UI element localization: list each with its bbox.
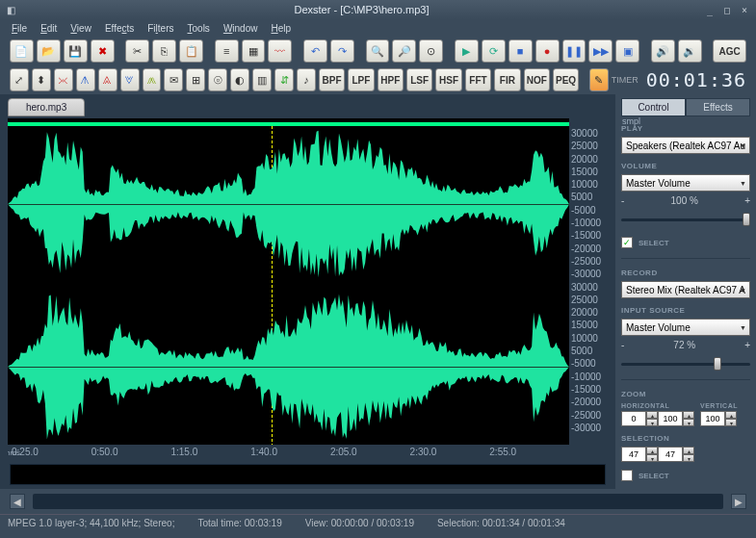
zoom-out-icon[interactable]: 🔎: [392, 39, 416, 63]
menu-window[interactable]: Window: [218, 21, 264, 36]
wave-icon[interactable]: 〰: [268, 39, 292, 63]
toolbar-filters: ⤢ ⬍ ⩙ ⩚ ⩓ ⩔ ⩕ ✉ ⊞ ⦾ ◐ ▥ ⇵ ♪ BPF LPF HPF …: [0, 65, 756, 94]
fx-mail-icon[interactable]: ✉: [164, 68, 183, 91]
fx-spectrum-icon[interactable]: ▥: [252, 68, 272, 91]
scroll-bar[interactable]: [33, 494, 723, 509]
edit-mode-icon[interactable]: ✎: [589, 68, 609, 91]
overview-bar[interactable]: [10, 464, 606, 485]
menu-file[interactable]: File: [6, 21, 33, 36]
paste-icon[interactable]: 📋: [179, 39, 203, 63]
app-icon: ◧: [4, 3, 17, 16]
play-label: Play: [621, 124, 750, 133]
copy-icon[interactable]: ⎘: [152, 39, 176, 63]
stop-icon[interactable]: ■: [508, 39, 533, 63]
fx-wave1-icon[interactable]: ⩙: [54, 68, 73, 91]
minimize-icon[interactable]: _: [702, 3, 717, 16]
fx-normalize-icon[interactable]: ⬍: [32, 68, 51, 91]
maximize-icon[interactable]: □: [719, 3, 735, 16]
menu-filters[interactable]: Filters: [142, 21, 179, 36]
save-icon[interactable]: 💾: [64, 39, 88, 63]
lsf-button[interactable]: LSF: [406, 68, 432, 91]
fx-eq-icon[interactable]: ⇵: [274, 68, 294, 91]
toolbar-main: 📄 📂 💾 ✖ ✂ ⎘ 📋 ≡ ▦ 〰 ↶ ↷ 🔍 🔎 ⊙ ▶ ⟳ ■ ● ❚❚…: [0, 37, 756, 65]
spin-down-icon[interactable]: ▾: [646, 454, 658, 462]
selection-label: Selection: [621, 434, 750, 443]
nof-button[interactable]: NOF: [524, 68, 550, 91]
menu-tools[interactable]: Tools: [182, 21, 216, 36]
mixer-icon[interactable]: ≡: [215, 39, 239, 63]
skip-fwd-icon[interactable]: ▶▶: [588, 39, 613, 63]
hsf-button[interactable]: HSF: [435, 68, 461, 91]
menu-edit[interactable]: Edit: [35, 21, 63, 36]
spin-down-icon[interactable]: ▾: [725, 419, 737, 426]
spin-up-icon[interactable]: ▴: [683, 411, 694, 419]
zoom-v[interactable]: 100: [700, 411, 725, 426]
volume-slider[interactable]: [621, 210, 750, 229]
record-icon[interactable]: ●: [535, 39, 560, 63]
play-icon[interactable]: ▶: [455, 39, 479, 63]
menu-effects[interactable]: Effects: [99, 21, 140, 36]
tab-effects[interactable]: Effects: [686, 98, 750, 116]
control-panel: Control Effects Play Speakers (Realtek A…: [615, 94, 756, 489]
spin-up-icon[interactable]: ▴: [725, 411, 737, 419]
zoom-h-max[interactable]: 100: [658, 411, 683, 426]
vol-up-icon[interactable]: 🔊: [651, 39, 675, 63]
sel-a[interactable]: 47: [621, 447, 646, 462]
selection-icon[interactable]: ▣: [615, 39, 639, 63]
vol-down-icon[interactable]: 🔉: [678, 39, 702, 63]
input-device-dropdown[interactable]: Master Volume: [621, 319, 750, 336]
pause-icon[interactable]: ❚❚: [562, 39, 587, 63]
spin-up-icon[interactable]: ▴: [646, 411, 658, 419]
bpf-button[interactable]: BPF: [319, 68, 345, 91]
fft-button[interactable]: FFT: [465, 68, 491, 91]
redo-icon[interactable]: ↷: [330, 39, 354, 63]
select2-checkbox[interactable]: [621, 470, 633, 481]
fx-fade-icon[interactable]: ◐: [230, 68, 249, 91]
fx-card-icon[interactable]: ⊞: [186, 68, 205, 91]
peq-button[interactable]: PEQ: [553, 68, 579, 91]
delete-icon[interactable]: ✖: [91, 39, 115, 63]
spin-up-icon[interactable]: ▴: [646, 447, 658, 454]
spin-down-icon[interactable]: ▾: [683, 419, 694, 426]
close-icon[interactable]: ×: [737, 3, 752, 16]
zoom-h-min[interactable]: 0: [621, 411, 646, 426]
input-slider[interactable]: [621, 354, 750, 373]
spin-down-icon[interactable]: ▾: [646, 419, 658, 426]
fx-wave2-icon[interactable]: ⩚: [76, 68, 95, 91]
file-tab[interactable]: hero.mp3: [8, 98, 85, 116]
undo-icon[interactable]: ↶: [303, 39, 327, 63]
zoom-in-icon[interactable]: 🔍: [366, 39, 390, 63]
select-checkbox[interactable]: ✓: [621, 237, 633, 248]
fx-music-icon[interactable]: ♪: [297, 68, 316, 91]
record-device-dropdown[interactable]: Stereo Mix (Realtek AC97 A: [621, 281, 750, 298]
fx-stretch-icon[interactable]: ⤢: [10, 68, 29, 91]
fir-button[interactable]: FIR: [494, 68, 520, 91]
play-device-dropdown[interactable]: Speakers (Realtek AC97 Au: [621, 137, 750, 154]
zoom-fit-icon[interactable]: ⊙: [419, 39, 443, 63]
spin-up-icon[interactable]: ▴: [683, 447, 694, 454]
new-icon[interactable]: 📄: [10, 39, 34, 63]
fx-wave5-icon[interactable]: ⩕: [143, 68, 162, 91]
scroll-left-icon[interactable]: ◀: [10, 494, 25, 509]
menu-view[interactable]: View: [65, 21, 97, 36]
cut-icon[interactable]: ✂: [125, 39, 149, 63]
status-bar: MPEG 1.0 layer-3; 44,100 kHz; Stereo; To…: [0, 514, 756, 531]
hpf-button[interactable]: HPF: [378, 68, 404, 91]
fx-wave3-icon[interactable]: ⩓: [98, 68, 117, 91]
tab-control[interactable]: Control: [621, 98, 686, 116]
open-icon[interactable]: 📂: [37, 39, 61, 63]
sel-b[interactable]: 47: [658, 447, 683, 462]
crop-icon[interactable]: ▦: [242, 39, 266, 63]
agc-button[interactable]: AGC: [713, 39, 745, 63]
spin-down-icon[interactable]: ▾: [683, 454, 694, 462]
volume-device-dropdown[interactable]: Master Volume: [621, 174, 750, 192]
lpf-button[interactable]: LPF: [348, 68, 374, 91]
volume-label: Volume: [621, 162, 750, 170]
input-pct: 72 %: [628, 340, 741, 350]
scroll-right-icon[interactable]: ▶: [731, 494, 746, 509]
play-loop-icon[interactable]: ⟳: [482, 39, 506, 63]
menu-help[interactable]: Help: [265, 21, 297, 36]
waveform-view[interactable]: smpl hms 0:25.0: [8, 118, 606, 458]
fx-wave4-icon[interactable]: ⩔: [120, 68, 140, 91]
fx-wifi-icon[interactable]: ⦾: [208, 68, 227, 91]
